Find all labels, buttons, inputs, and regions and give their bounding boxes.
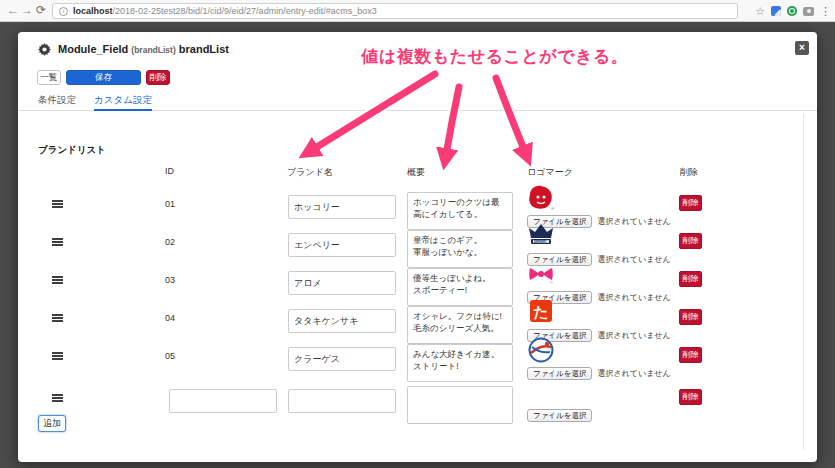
summary-textarea[interactable]: ホッコリーのクツは最高にイカしてる。: [407, 192, 513, 230]
module-field-dialog: × Module_Field (brandList) brandList 一覧 …: [18, 32, 817, 462]
table-row: 03 優等生っぽいよね。 スポーティー! ® ファイルを選択 選択されていません…: [18, 266, 817, 306]
table-row: 01 ホッコリーのクツは最高にイカしてる。 ® ファイルを選択 選択されていませ…: [18, 190, 817, 230]
brand-logo-red-squid: ®: [527, 184, 555, 212]
row-id: 02: [165, 237, 175, 247]
dialog-title-name: brandList: [179, 43, 229, 55]
file-status-text: 選択されていません: [597, 292, 670, 303]
address-bar[interactable]: i localhost/2018-02-25test28/bid/1/cid/9…: [52, 3, 738, 19]
drag-handle-icon[interactable]: [52, 314, 63, 322]
brand-name-input[interactable]: [288, 389, 396, 413]
row-delete-button[interactable]: 削除: [679, 233, 702, 249]
drag-handle-icon[interactable]: [52, 276, 63, 284]
row-delete-button[interactable]: 削除: [679, 271, 702, 287]
column-header-logo: ロゴマーク: [527, 166, 573, 179]
url-text: localhost/2018-02-25test28/bid/1/cid/9/e…: [73, 6, 377, 16]
row-delete-button[interactable]: 削除: [679, 309, 702, 325]
svg-text:た: た: [533, 303, 548, 320]
brand-name-input[interactable]: [288, 309, 396, 333]
drag-handle-icon[interactable]: [52, 238, 63, 246]
svg-text:ENPERRY: ENPERRY: [534, 240, 547, 244]
brand-name-input[interactable]: [288, 347, 396, 371]
brand-name-input[interactable]: [288, 195, 396, 219]
close-icon[interactable]: ×: [795, 41, 809, 55]
column-header-summary: 概要: [407, 166, 425, 179]
row-delete-button[interactable]: 削除: [679, 389, 702, 405]
url-path: /2018-02-25test28/bid/1/cid/9/eid/27/adm…: [113, 6, 377, 16]
summary-textarea[interactable]: [407, 386, 513, 424]
svg-text:®: ®: [551, 206, 554, 211]
table-row: 02 皇帝はこのギア。 軍服っぽいかな。 ENPERRY ファイルを選択 選択さ…: [18, 228, 817, 268]
section-title: ブランドリスト: [38, 144, 106, 157]
file-status-text: 選択されていません: [597, 368, 670, 379]
file-status-text: 選択されていません: [597, 254, 670, 265]
row-delete-button[interactable]: 削除: [679, 347, 702, 363]
file-status-text: 選択されていません: [597, 330, 670, 341]
forward-button-icon[interactable]: →: [21, 2, 33, 18]
column-header-delete: 削除: [680, 166, 698, 179]
dialog-title-param: (brandList): [131, 45, 175, 55]
browser-menu-icon[interactable]: ⋮: [820, 5, 831, 18]
page-info-icon[interactable]: i: [59, 7, 68, 16]
brand-name-input[interactable]: [288, 233, 396, 257]
brand-logo-round-badge: [527, 336, 555, 364]
brand-logo-pink-bow: ®: [527, 260, 555, 288]
tab-condition-settings[interactable]: 条件設定: [38, 92, 76, 111]
column-header-id: ID: [165, 166, 174, 176]
file-picker: ファイルを選択 選択されていません: [527, 366, 671, 380]
row-id: 04: [165, 313, 175, 323]
column-header-brand: ブランド名: [287, 166, 333, 179]
reload-button-icon[interactable]: ⟳: [36, 2, 46, 18]
summary-textarea[interactable]: オシャレ。フクは特に! 毛糸のシリーズ人気。: [407, 306, 513, 344]
table-row: 05 みんな大好きイカ速。 ストリート! ファイルを選択 選択されていません 削…: [18, 342, 817, 382]
id-input[interactable]: [169, 389, 277, 413]
brand-logo-navy-crown: ENPERRY: [527, 222, 555, 250]
gear-icon: [38, 43, 51, 56]
back-button-icon[interactable]: ←: [7, 2, 19, 18]
svg-text:®: ®: [550, 280, 553, 285]
drag-handle-icon[interactable]: [52, 394, 63, 402]
screenshot-extension-icon[interactable]: [803, 7, 814, 16]
summary-textarea[interactable]: みんな大好きイカ速。 ストリート!: [407, 344, 513, 382]
file-picker: ファイルを選択: [527, 408, 592, 422]
table-row: 04 オシャレ。フクは特に! 毛糸のシリーズ人気。 た ファイルを選択 選択され…: [18, 304, 817, 344]
extension-green-icon[interactable]: [787, 6, 797, 16]
row-id: 05: [165, 351, 175, 361]
dialog-title-module: Module_Field: [58, 43, 128, 55]
drag-handle-icon[interactable]: [52, 352, 63, 360]
table-row-empty: ファイルを選択 削除: [18, 384, 817, 424]
dialog-title: Module_Field (brandList) brandList: [58, 43, 229, 55]
url-host: localhost: [73, 6, 113, 16]
browser-actions: ☆ ⋮: [755, 0, 831, 22]
row-id: 01: [165, 199, 175, 209]
add-row-button[interactable]: 追加: [38, 415, 66, 432]
delete-button[interactable]: 削除: [146, 70, 170, 85]
file-status-text: 選択されていません: [597, 216, 670, 227]
summary-textarea[interactable]: 優等生っぽいよね。 スポーティー!: [407, 268, 513, 306]
browser-toolbar: ← → ⟳ i localhost/2018-02-25test28/bid/1…: [0, 0, 835, 22]
tab-custom-settings[interactable]: カスタム設定: [94, 92, 152, 111]
row-delete-button[interactable]: 削除: [679, 195, 702, 211]
summary-textarea[interactable]: 皇帝はこのギア。 軍服っぽいかな。: [407, 230, 513, 268]
file-select-button[interactable]: ファイルを選択: [527, 409, 592, 422]
bookmark-star-icon[interactable]: ☆: [755, 5, 765, 18]
drag-handle-icon[interactable]: [52, 200, 63, 208]
settings-tabs: 条件設定 カスタム設定: [18, 92, 817, 111]
brand-logo-orange-ta-square: た: [527, 298, 555, 326]
dialog-header: Module_Field (brandList) brandList: [38, 40, 229, 58]
save-button[interactable]: 保存: [66, 70, 141, 85]
list-button[interactable]: 一覧: [37, 70, 61, 85]
extension-blue-icon[interactable]: [771, 6, 781, 16]
row-id: 03: [165, 275, 175, 285]
brand-name-input[interactable]: [288, 271, 396, 295]
scrollbar-track[interactable]: [803, 114, 804, 450]
file-select-button[interactable]: ファイルを選択: [527, 367, 592, 380]
